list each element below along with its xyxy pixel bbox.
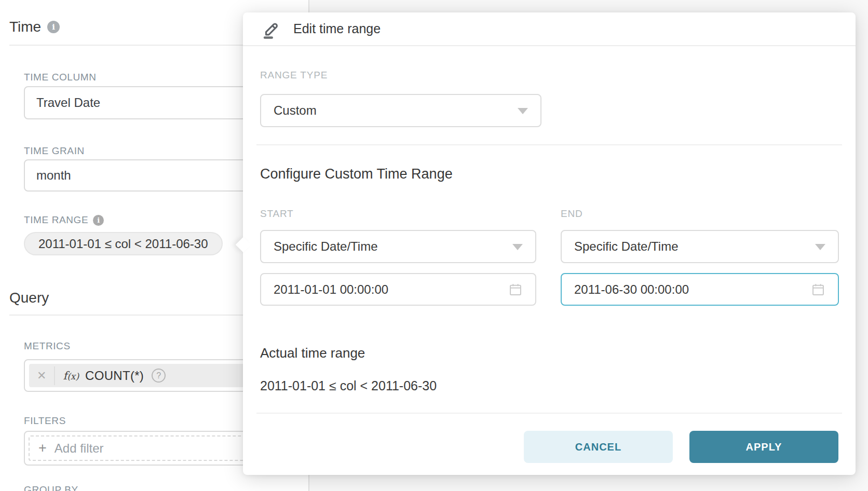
group-by-label: GROUP BY <box>24 484 78 491</box>
configure-heading: Configure Custom Time Range <box>260 166 453 182</box>
time-grain-value: month <box>36 168 71 183</box>
end-mode-select[interactable]: Specific Date/Time <box>561 230 839 263</box>
time-section-header: Time i <box>9 19 60 35</box>
calendar-icon <box>508 282 523 297</box>
calendar-icon <box>811 282 825 297</box>
metric-name: COUNT(*) <box>85 369 144 383</box>
chevron-down-icon <box>512 244 523 250</box>
filters-label: FILTERS <box>24 415 66 427</box>
edit-time-range-popover: Edit time range RANGE TYPE Custom Config… <box>243 12 856 475</box>
start-label: START <box>260 208 294 220</box>
metric-help-icon[interactable]: ? <box>152 369 166 383</box>
time-column-label: TIME COLUMN <box>24 72 97 83</box>
superset-explore-page: Time i TIME COLUMN Travel Date TIME GRAI… <box>0 0 868 491</box>
end-mode-value: Specific Date/Time <box>574 239 679 254</box>
end-date-input[interactable]: 2011-06-30 00:00:00 <box>561 273 839 306</box>
chevron-down-icon <box>815 244 825 250</box>
time-grain-label: TIME GRAIN <box>24 145 85 157</box>
popover-header: Edit time range <box>243 12 856 46</box>
popover-title: Edit time range <box>293 21 381 36</box>
metrics-label: METRICS <box>24 340 71 352</box>
time-section-title: Time <box>9 19 41 35</box>
time-column-value: Travel Date <box>36 96 100 110</box>
metric-chip-separator <box>54 366 55 385</box>
range-type-select[interactable]: Custom <box>260 94 541 127</box>
edit-pencil-icon <box>261 18 282 40</box>
cancel-button[interactable]: CANCEL <box>524 431 673 463</box>
range-type-value: Custom <box>274 103 317 118</box>
actual-range-heading: Actual time range <box>260 345 365 361</box>
footer-divider <box>256 413 842 414</box>
start-mode-value: Specific Date/Time <box>274 239 378 254</box>
add-filter-text: Add filter <box>55 441 104 456</box>
chevron-down-icon <box>518 108 528 114</box>
time-range-label: TIME RANGE <box>24 214 88 226</box>
start-mode-select[interactable]: Specific Date/Time <box>260 230 536 263</box>
query-section-title: Query <box>9 290 49 306</box>
section-divider-1 <box>256 144 842 145</box>
function-icon: f(x) <box>63 370 79 382</box>
time-range-label-row: TIME RANGE i <box>24 214 104 226</box>
start-date-input[interactable]: 2011-01-01 00:00:00 <box>260 273 536 306</box>
plus-icon: + <box>38 441 47 455</box>
metric-remove-icon[interactable]: ✕ <box>29 369 54 383</box>
start-date-value: 2011-01-01 00:00:00 <box>274 282 388 297</box>
time-range-value: 2011-01-01 ≤ col < 2011-06-30 <box>38 237 208 251</box>
end-label: END <box>561 208 583 220</box>
apply-button[interactable]: APPLY <box>689 431 838 463</box>
actual-range-value: 2011-01-01 ≤ col < 2011-06-30 <box>260 378 437 393</box>
time-info-icon[interactable]: i <box>47 21 60 33</box>
query-section-header: Query <box>9 290 49 306</box>
time-range-info-icon[interactable]: i <box>93 215 104 226</box>
end-date-value: 2011-06-30 00:00:00 <box>574 282 689 297</box>
range-type-label: RANGE TYPE <box>260 70 328 81</box>
time-range-pill[interactable]: 2011-01-01 ≤ col < 2011-06-30 <box>24 232 223 255</box>
